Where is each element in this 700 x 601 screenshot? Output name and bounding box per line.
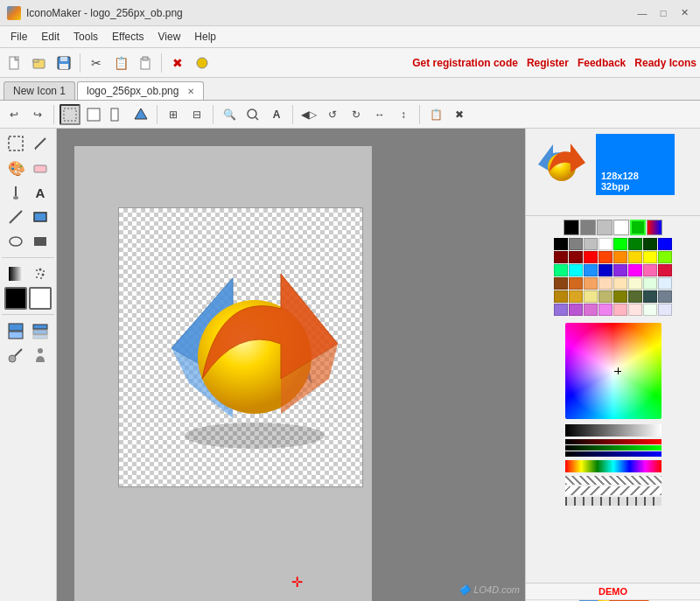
green-strip[interactable] <box>565 445 662 451</box>
color-swatch-17[interactable] <box>569 264 583 276</box>
color-swatch-11[interactable] <box>598 251 612 263</box>
color-swatch-38[interactable] <box>643 290 657 303</box>
color-swatch-28[interactable] <box>613 277 627 290</box>
color-swatch-18[interactable] <box>584 264 598 276</box>
line-tool[interactable] <box>4 206 27 228</box>
grid2-button[interactable]: ⊟ <box>186 104 207 125</box>
copy-button[interactable]: 📋 <box>109 52 132 74</box>
bg-color-box[interactable] <box>29 287 52 310</box>
gradient-tool[interactable] <box>4 262 27 285</box>
menu-tools[interactable]: Tools <box>66 28 105 45</box>
color-swatch-13[interactable] <box>628 251 642 263</box>
redo-button[interactable]: ↪ <box>27 104 48 125</box>
resize-h-button[interactable]: ↔ <box>369 104 390 125</box>
color-swatch-45[interactable] <box>628 304 642 316</box>
color-swatch-9[interactable] <box>569 251 583 263</box>
layer-button[interactable] <box>4 319 27 342</box>
rainbow-strip[interactable] <box>565 460 662 472</box>
gray-strip[interactable] <box>565 424 662 437</box>
rect-tool[interactable] <box>29 206 52 228</box>
color-swatch-16[interactable] <box>554 264 568 276</box>
color-swatch-4[interactable] <box>613 238 627 250</box>
flip-h-button[interactable]: ◀▷ <box>298 104 319 125</box>
color-swatch-14[interactable] <box>643 251 657 263</box>
color-swatch-2[interactable] <box>584 238 598 250</box>
swatch-gradient[interactable] <box>647 220 662 235</box>
filled-rect-tool[interactable] <box>29 230 52 253</box>
color-swatch-42[interactable] <box>584 304 598 316</box>
drawing-canvas[interactable] <box>118 207 363 487</box>
color-swatch-6[interactable] <box>643 238 657 250</box>
color-swatch-22[interactable] <box>643 264 657 276</box>
brush-tool[interactable] <box>4 181 27 204</box>
rotate-cw-button[interactable]: ↻ <box>346 104 367 125</box>
minimize-button[interactable]: — <box>634 4 651 22</box>
color-swatch-8[interactable] <box>554 251 568 263</box>
color-swatch-21[interactable] <box>628 264 642 276</box>
swatch-green-sel[interactable] <box>630 220 646 235</box>
select-oval-button[interactable] <box>83 104 104 125</box>
color-swatch-39[interactable] <box>658 290 672 303</box>
tab-close-icon[interactable]: ✕ <box>187 87 194 96</box>
color-swatch-44[interactable] <box>613 304 627 316</box>
ready-icons-link[interactable]: Ready Icons <box>634 57 696 69</box>
color-swatch-43[interactable] <box>598 304 612 316</box>
color-swatch-0[interactable] <box>554 238 568 250</box>
layers2-button[interactable] <box>29 319 52 342</box>
paste-button[interactable] <box>134 52 157 74</box>
save-button[interactable] <box>52 52 75 74</box>
resize-v-button[interactable]: ↕ <box>393 104 414 125</box>
swatch-gray[interactable] <box>580 220 596 235</box>
color-swatch-5[interactable] <box>628 238 642 250</box>
color-swatch-46[interactable] <box>643 304 657 316</box>
color-swatch-24[interactable] <box>554 277 568 290</box>
new-button[interactable] <box>4 52 26 74</box>
register-link[interactable]: Register <box>527 57 569 69</box>
fill-tool[interactable]: 🎨 <box>4 157 27 179</box>
magic-tool[interactable] <box>4 344 27 367</box>
color-swatch-27[interactable] <box>598 277 612 290</box>
fg-color-box[interactable] <box>4 287 27 310</box>
hatch-strip-2[interactable] <box>565 486 662 495</box>
rotate-ccw-button[interactable]: ↺ <box>322 104 343 125</box>
pin-button[interactable]: ✖ <box>449 104 470 125</box>
tab-logo-file[interactable]: logo_256px_ob.png ✕ <box>77 81 204 100</box>
hatch-strip-1[interactable] <box>565 476 662 485</box>
feedback-link[interactable]: Feedback <box>578 57 626 69</box>
color-swatch-26[interactable] <box>584 277 598 290</box>
blue-strip[interactable] <box>565 451 662 457</box>
maximize-button[interactable]: □ <box>654 4 672 22</box>
color-swatch-3[interactable] <box>598 238 612 250</box>
person-tool[interactable] <box>29 344 52 367</box>
color-swatch-25[interactable] <box>569 277 583 290</box>
color-swatch-33[interactable] <box>569 290 583 303</box>
color-swatch-34[interactable] <box>584 290 598 303</box>
red-strip[interactable] <box>565 439 662 444</box>
fill-button[interactable] <box>130 104 151 125</box>
delete-button[interactable]: ✖ <box>166 52 189 74</box>
color-swatch-29[interactable] <box>628 277 642 290</box>
color-swatch-30[interactable] <box>643 277 657 290</box>
tab-new-icon[interactable]: New Icon 1 <box>4 81 75 100</box>
color-swatch-12[interactable] <box>613 251 627 263</box>
color-swatch-7[interactable] <box>658 238 672 250</box>
open-button[interactable] <box>28 52 51 74</box>
zoom-in-button[interactable]: 🔍 <box>219 104 240 125</box>
color-swatch-15[interactable] <box>658 251 672 263</box>
color-swatch-36[interactable] <box>613 290 627 303</box>
color-swatch-19[interactable] <box>598 264 612 276</box>
color-swatch-31[interactable] <box>658 277 672 290</box>
menu-edit[interactable]: Edit <box>34 28 66 45</box>
zoom-out-button[interactable] <box>242 104 263 125</box>
color-swatch-10[interactable] <box>584 251 598 263</box>
dots-tool[interactable] <box>29 262 52 285</box>
color-swatch-40[interactable] <box>554 304 568 316</box>
menu-view[interactable]: View <box>151 28 188 45</box>
erase-button[interactable] <box>191 52 214 74</box>
select-lasso-button[interactable] <box>107 104 128 125</box>
eraser-tool[interactable] <box>29 157 52 179</box>
color-swatch-1[interactable] <box>569 238 583 250</box>
canvas-area[interactable]: ✛ 🔷 LO4D.com <box>57 129 525 601</box>
color-swatch-32[interactable] <box>554 290 568 303</box>
close-button[interactable]: ✕ <box>676 4 693 22</box>
